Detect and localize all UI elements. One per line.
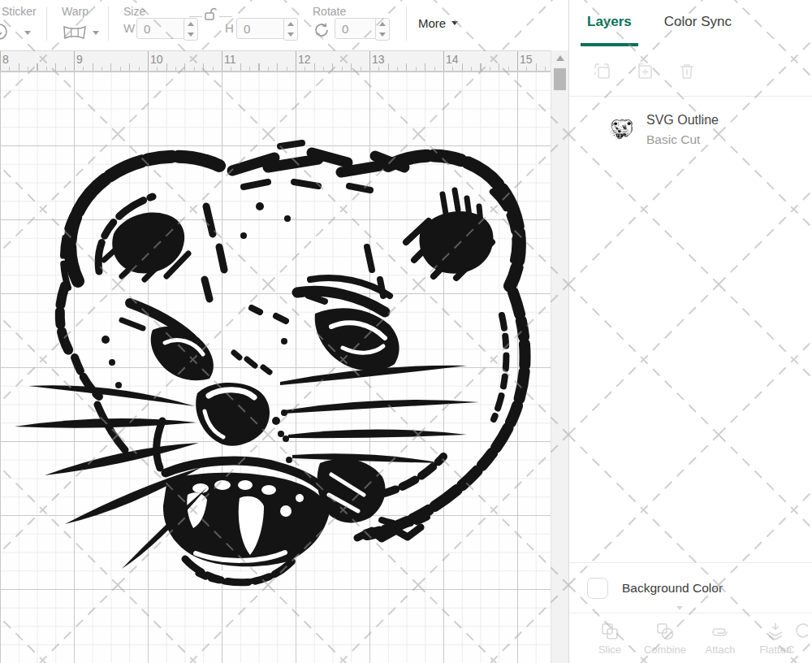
background-color-swatch[interactable] xyxy=(587,578,608,599)
rotate-stepper[interactable] xyxy=(375,18,390,41)
more-label: More xyxy=(418,16,446,30)
add-icon xyxy=(634,61,655,82)
paperclip-icon xyxy=(709,621,732,642)
delete-layer-button[interactable] xyxy=(676,61,698,82)
warp-label: Warp xyxy=(62,5,89,18)
sticker-label: Sticker xyxy=(2,5,37,18)
tab-color-sync-label: Color Sync xyxy=(664,14,732,30)
tab-layers-label: Layers xyxy=(587,14,632,30)
scroll-up-icon[interactable] xyxy=(556,55,564,61)
attach-label: Attach xyxy=(706,644,736,656)
layer-item[interactable]: SVG Outline Basic Cut xyxy=(569,97,812,157)
step-down-icon xyxy=(188,32,194,37)
sticker-caret-icon xyxy=(24,31,31,35)
attach-button[interactable]: Attach xyxy=(694,621,746,656)
lock-bridge-line xyxy=(219,16,232,17)
layer-tools-row xyxy=(569,46,812,97)
slice-label: Slice xyxy=(598,644,621,656)
step-up-icon xyxy=(379,22,386,26)
contour-label-partial: C xyxy=(787,644,794,656)
toolbar-divider xyxy=(46,6,47,41)
lock-bridge-line xyxy=(189,16,202,17)
warp-icon xyxy=(62,24,88,41)
width-input[interactable] xyxy=(136,18,187,39)
slice-icon xyxy=(599,621,620,642)
top-toolbar: Sticker Warp Size W xyxy=(0,0,568,50)
combine-caret-icon xyxy=(676,606,683,610)
layer-subtitle: Basic Cut xyxy=(646,130,719,149)
panel-actions: Slice Combine Attach xyxy=(569,613,812,663)
rotate-label: Rotate xyxy=(313,5,346,18)
layer-list: SVG Outline Basic Cut xyxy=(569,97,812,562)
width-field-label: W xyxy=(123,21,135,35)
combine-icon xyxy=(654,621,676,642)
scrollbar-thumb[interactable] xyxy=(554,68,566,90)
step-up-icon xyxy=(287,22,294,26)
canvas-grid[interactable] xyxy=(0,72,551,663)
height-field-label: H xyxy=(225,21,234,35)
trash-icon xyxy=(676,61,698,82)
layer-thumbnail xyxy=(607,116,636,142)
background-color-label: Background Color xyxy=(622,581,723,596)
lock-icon[interactable] xyxy=(203,6,218,21)
more-button[interactable]: More xyxy=(418,16,458,30)
background-color-row: Background Color xyxy=(569,562,812,613)
toolbar-divider xyxy=(108,6,109,41)
duplicate-layer-button[interactable] xyxy=(592,61,613,82)
combine-button[interactable]: Combine xyxy=(639,621,691,656)
toolbar-divider xyxy=(406,6,407,41)
tab-color-sync[interactable]: Color Sync xyxy=(658,0,738,46)
rotate-input[interactable] xyxy=(335,18,378,39)
canvas-scrollbar[interactable] xyxy=(551,50,568,663)
height-stepper[interactable] xyxy=(283,18,298,41)
contour-button-partial[interactable]: C xyxy=(787,621,812,656)
artwork-ferret[interactable] xyxy=(0,72,551,663)
step-down-icon xyxy=(379,32,386,37)
layer-text: SVG Outline Basic Cut xyxy=(646,110,719,149)
tab-layers[interactable]: Layers xyxy=(581,0,638,46)
panel-tabs: Layers Color Sync xyxy=(569,0,812,46)
step-up-icon xyxy=(188,22,194,26)
horizontal-ruler: 8 9 10 11 12 13 14 15 xyxy=(0,50,551,72)
combine-label: Combine xyxy=(644,644,686,656)
duplicate-icon xyxy=(592,61,613,82)
height-input[interactable] xyxy=(236,18,287,39)
size-label: Size xyxy=(123,5,145,18)
sticker-icon xyxy=(0,23,11,41)
width-stepper[interactable] xyxy=(184,18,198,41)
warp-caret-icon xyxy=(93,31,99,35)
rotate-icon xyxy=(313,21,330,39)
step-down-icon xyxy=(287,32,294,37)
ruler-ticks-major xyxy=(0,51,551,71)
slice-button[interactable]: Slice xyxy=(584,621,636,656)
contour-icon-partial xyxy=(787,621,808,642)
more-caret-icon xyxy=(451,21,458,25)
design-app-window: Sticker Warp Size W xyxy=(0,0,812,663)
flatten-icon xyxy=(765,621,786,642)
design-canvas[interactable]: 8 9 10 11 12 13 14 15 xyxy=(0,50,568,663)
layers-panel: Layers Color Sync xyxy=(568,0,812,663)
layer-title: SVG Outline xyxy=(646,110,719,130)
add-layer-button[interactable] xyxy=(634,61,655,82)
